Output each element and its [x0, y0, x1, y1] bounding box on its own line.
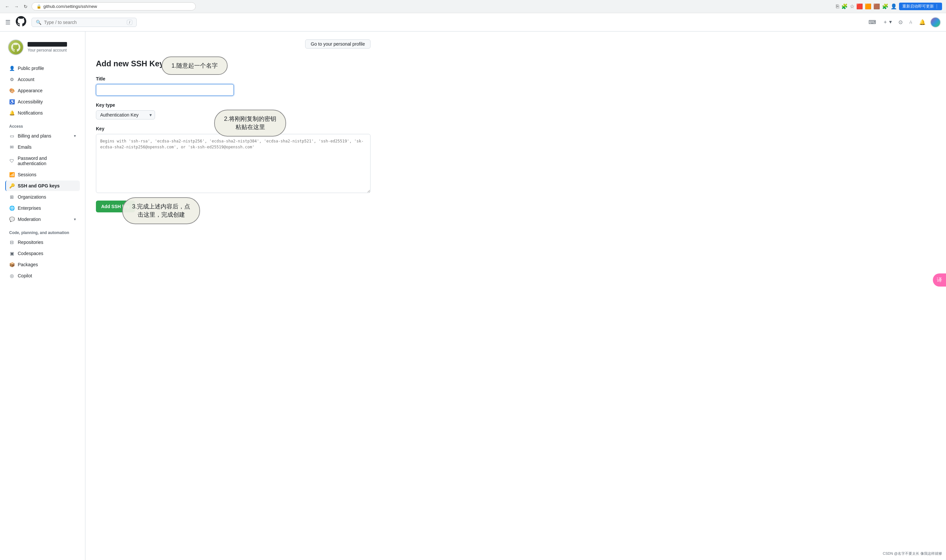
- code-section-label: Code, planning, and automation: [5, 225, 80, 237]
- sidebar-item-ssh-gpg[interactable]: 🔑 SSH and GPG keys: [5, 180, 80, 191]
- sidebar-item-public-profile[interactable]: 👤 Public profile: [5, 63, 80, 74]
- sidebar-item-appearance[interactable]: 🎨 Appearance: [5, 85, 80, 96]
- reload-button[interactable]: ↻: [22, 3, 29, 10]
- cast-icon[interactable]: ⎘: [836, 4, 839, 9]
- form-content: 1.随意起一个名字 Title Key type Authentication …: [96, 76, 371, 212]
- moderation-expand-arrow: ▾: [74, 217, 76, 222]
- hamburger-menu[interactable]: ☰: [5, 19, 11, 26]
- sidebar-item-copilot[interactable]: ◎ Copilot: [5, 271, 80, 281]
- update-badge[interactable]: 重新启动即可更新 ⋮: [899, 3, 942, 10]
- github-logo[interactable]: [16, 16, 26, 29]
- ext2-icon[interactable]: 🟧: [865, 3, 871, 9]
- go-to-profile-button[interactable]: Go to your personal profile: [305, 39, 371, 49]
- title-label: Title: [96, 76, 371, 82]
- access-section-label: Access: [5, 119, 80, 131]
- sidebar-item-sessions[interactable]: 📶 Sessions: [5, 169, 80, 180]
- main-layout: Your personal account 👤 Public profile ⚙…: [0, 32, 946, 560]
- sidebar-item-moderation[interactable]: 💬 Moderation ▾: [5, 214, 80, 225]
- codespaces-icon: ▣: [9, 251, 14, 256]
- sidebar-item-accessibility[interactable]: ♿ Accessibility: [5, 97, 80, 107]
- sidebar-item-packages[interactable]: 📦 Packages: [5, 259, 80, 270]
- annotation-bubble-3: 3.完成上述内容后，点击这里，完成创建: [122, 197, 200, 224]
- sidebar-item-repositories[interactable]: ⊟ Repositories: [5, 237, 80, 248]
- organizations-icon: ⊞: [9, 194, 14, 200]
- extensions2-icon[interactable]: 🧩: [882, 3, 889, 9]
- sidebar-item-account[interactable]: ⚙ Account: [5, 74, 80, 85]
- appearance-icon: 🎨: [9, 88, 14, 93]
- title-form-group: 1.随意起一个名字 Title: [96, 76, 371, 96]
- browser-right: ⎘ 🧩 ☆ 🟥 🟧 🟫 🧩 👤 重新启动即可更新 ⋮: [836, 3, 942, 10]
- url-text: github.com/settings/ssh/new: [43, 4, 97, 9]
- account-circle-icon[interactable]: 👤: [891, 3, 897, 9]
- accessibility-icon: ♿: [9, 99, 14, 105]
- add-key-section: 3.完成上述内容后，点击这里，完成创建 Add SSH key: [96, 200, 371, 212]
- settings-sidebar: Your personal account 👤 Public profile ⚙…: [0, 32, 85, 560]
- enterprises-icon: 🌐: [9, 206, 14, 211]
- ext1-icon[interactable]: 🟥: [856, 3, 863, 9]
- key-type-select[interactable]: Authentication KeySigning Key: [96, 110, 155, 120]
- user-avatar[interactable]: [930, 17, 941, 28]
- main-content: Go to your personal profile Add new SSH …: [85, 32, 381, 560]
- star-icon[interactable]: ☆: [850, 3, 854, 9]
- translate-icon[interactable]: 译: [933, 274, 946, 286]
- github-navbar: ☰ 🔍 / ⌨ ＋ ▾ ⊙ ⑃ 🔔: [0, 13, 946, 32]
- footer-notice: CSDN @名字不要太长 像我这样就够: [883, 551, 942, 556]
- billing-icon: ▭: [9, 133, 14, 138]
- back-button[interactable]: ←: [4, 3, 11, 10]
- plus-create-btn[interactable]: ＋ ▾: [881, 17, 894, 28]
- terminal-icon[interactable]: ⌨: [866, 17, 878, 27]
- ext3-icon[interactable]: 🟫: [874, 3, 880, 9]
- public-profile-icon: 👤: [9, 66, 14, 71]
- page-header: Go to your personal profile: [96, 39, 371, 49]
- ssh-gpg-icon: 🔑: [9, 183, 14, 188]
- username-redacted: [28, 42, 67, 47]
- key-form-group: 2.将刚刚复制的密钥粘贴在这里 Key: [96, 126, 371, 194]
- notifications-icon[interactable]: 🔔: [917, 17, 928, 27]
- search-bar[interactable]: 🔍 /: [32, 18, 137, 27]
- annotation-bubble-1: 1.随意起一个名字: [162, 57, 228, 75]
- title-input[interactable]: [96, 84, 234, 96]
- account-subtitle: Your personal account: [28, 48, 67, 52]
- sidebar-item-password-auth[interactable]: 🛡 Password and authentication: [5, 153, 80, 169]
- sidebar-item-notifications[interactable]: 🔔 Notifications: [5, 108, 80, 118]
- sidebar-item-enterprises[interactable]: 🌐 Enterprises: [5, 203, 80, 213]
- extensions-icon[interactable]: 🧩: [841, 3, 848, 9]
- issues-icon[interactable]: ⊙: [897, 17, 904, 27]
- copilot-icon: ◎: [9, 273, 14, 278]
- sessions-icon: 📶: [9, 172, 14, 177]
- annotation-bubble-2: 2.将刚刚复制的密钥粘贴在这里: [214, 110, 286, 137]
- account-icon: ⚙: [9, 77, 14, 82]
- pull-requests-icon[interactable]: ⑃: [907, 17, 914, 27]
- packages-icon: 📦: [9, 262, 14, 267]
- repositories-icon: ⊟: [9, 240, 14, 245]
- emails-icon: ✉: [9, 145, 14, 150]
- sidebar-item-codespaces[interactable]: ▣ Codespaces: [5, 248, 80, 258]
- notifications-bell-icon: 🔔: [9, 110, 14, 115]
- browser-chrome: ← → ↻ 🔒 github.com/settings/ssh/new ⎘ 🧩 …: [0, 0, 946, 13]
- moderation-icon: 💬: [9, 217, 14, 222]
- form-title: Add new SSH Key: [96, 59, 371, 68]
- sidebar-item-emails[interactable]: ✉ Emails: [5, 142, 80, 152]
- key-textarea[interactable]: [96, 134, 371, 193]
- billing-expand-arrow: ▾: [74, 134, 76, 138]
- search-input[interactable]: [44, 20, 124, 25]
- url-bar[interactable]: 🔒 github.com/settings/ssh/new: [32, 2, 196, 11]
- forward-button[interactable]: →: [13, 3, 20, 10]
- navbar-right: ⌨ ＋ ▾ ⊙ ⑃ 🔔: [866, 17, 941, 28]
- sidebar-item-organizations[interactable]: ⊞ Organizations: [5, 192, 80, 202]
- sidebar-item-billing[interactable]: ▭ Billing and plans ▾: [5, 131, 80, 141]
- profile-info: Your personal account: [28, 42, 67, 52]
- profile-avatar: [8, 39, 24, 55]
- password-auth-icon: 🛡: [9, 158, 14, 163]
- key-type-select-wrapper: Authentication KeySigning Key: [96, 110, 155, 120]
- profile-section: Your personal account: [5, 39, 80, 55]
- key-type-label: Key type: [96, 102, 371, 108]
